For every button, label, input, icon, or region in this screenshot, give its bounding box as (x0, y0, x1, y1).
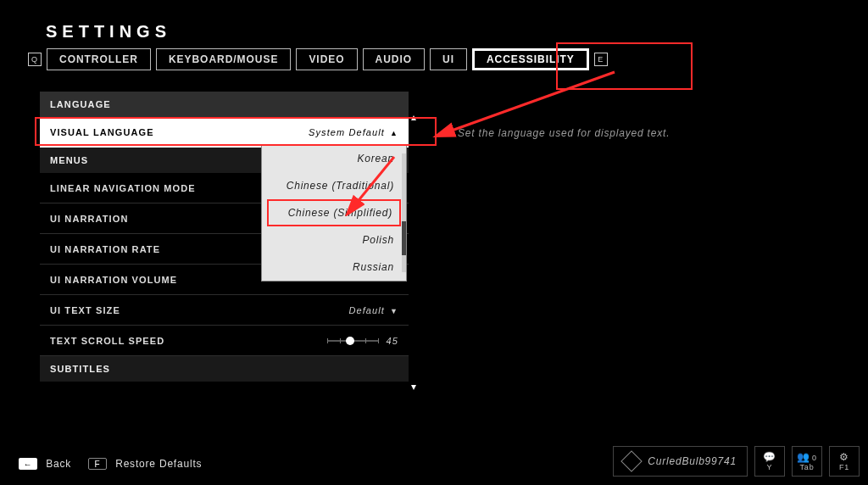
slider-value: 45 (387, 336, 398, 346)
setting-description: Set the language used for displayed text… (458, 127, 670, 139)
tab-keyboard[interactable]: KEYBOARD/MOUSE (156, 48, 291, 70)
row-label: TEXT SCROLL SPEED (50, 336, 164, 346)
slider-knob[interactable] (346, 337, 354, 345)
svg-line-2 (449, 72, 615, 131)
chevron-up-icon: ▲ (390, 129, 398, 137)
footer-right: CurledBulb99741 💬 Y 👥0 Tab ⚙ F1 (613, 446, 860, 477)
row-label: VISUAL LANGUAGE (50, 127, 154, 137)
dropdown-option[interactable]: Chinese (Traditional) (262, 172, 406, 199)
chevron-down-icon: ▼ (390, 307, 398, 315)
dropdown-option[interactable]: Polish (262, 226, 406, 254)
page-title: SETTINGS (46, 22, 171, 42)
scroll-up-icon[interactable] (411, 115, 416, 120)
svg-marker-1 (411, 385, 416, 390)
dropdown-scrollbar-thumb[interactable] (402, 221, 406, 255)
row-value: System Default▲ (309, 127, 398, 137)
tab-video[interactable]: VIDEO (296, 48, 357, 70)
username: CurledBulb99741 (648, 455, 737, 467)
annotation-arrow (386, 64, 623, 216)
row-label: UI NARRATION RATE (50, 244, 160, 254)
tab-next-key[interactable]: E (594, 53, 608, 66)
dropdown-option[interactable]: Russian (262, 254, 406, 281)
people-icon: 👥0 (797, 452, 817, 462)
row-label: UI TEXT SIZE (50, 305, 120, 315)
row-label: UI NARRATION (50, 214, 128, 224)
back-key-icon: ← (19, 458, 37, 470)
dropdown-option-highlighted[interactable]: Chinese (Simplified) (267, 199, 401, 226)
slider[interactable]: 45 (327, 336, 398, 346)
row-label: UI NARRATION VOLUME (50, 275, 177, 285)
gear-icon: ⚙ (839, 452, 849, 462)
row-text-scroll-speed[interactable]: TEXT SCROLL SPEED 45 (40, 326, 409, 356)
restore-defaults-button[interactable]: F Restore Defaults (88, 458, 202, 471)
group-subtitles: SUBTITLES (40, 356, 409, 382)
footer-left: ← Back F Restore Defaults (19, 458, 202, 471)
back-button[interactable]: ← Back (19, 458, 71, 471)
row-value: Default▼ (348, 305, 398, 315)
row-label: LINEAR NAVIGATION MODE (50, 183, 196, 193)
group-language: LANGUAGE (40, 92, 409, 117)
emblem-icon (621, 450, 643, 471)
restore-key-icon: F (88, 458, 107, 470)
options-button[interactable]: ⚙ F1 (829, 446, 860, 477)
row-visual-language[interactable]: VISUAL LANGUAGE System Default▲ (40, 117, 409, 148)
row-ui-text-size[interactable]: UI TEXT SIZE Default▼ (40, 295, 409, 326)
tab-ui[interactable]: UI (430, 48, 467, 70)
scroll-down-icon[interactable] (411, 385, 416, 390)
chat-icon: 💬 (763, 452, 776, 462)
tab-prev-key[interactable]: Q (28, 53, 42, 66)
dropdown-option[interactable]: Korean (262, 145, 406, 172)
user-badge[interactable]: CurledBulb99741 (613, 446, 748, 477)
chat-button[interactable]: 💬 Y (754, 446, 785, 477)
svg-marker-0 (411, 115, 416, 120)
visual-language-dropdown[interactable]: Korean Chinese (Traditional) Chinese (Si… (261, 144, 407, 282)
tab-audio[interactable]: AUDIO (363, 48, 425, 70)
tab-bar: Q CONTROLLER KEYBOARD/MOUSE VIDEO AUDIO … (28, 47, 608, 71)
tab-accessibility[interactable]: ACCESSIBILITY (472, 48, 589, 70)
social-button[interactable]: 👥0 Tab (792, 446, 822, 477)
tab-controller[interactable]: CONTROLLER (47, 48, 151, 70)
